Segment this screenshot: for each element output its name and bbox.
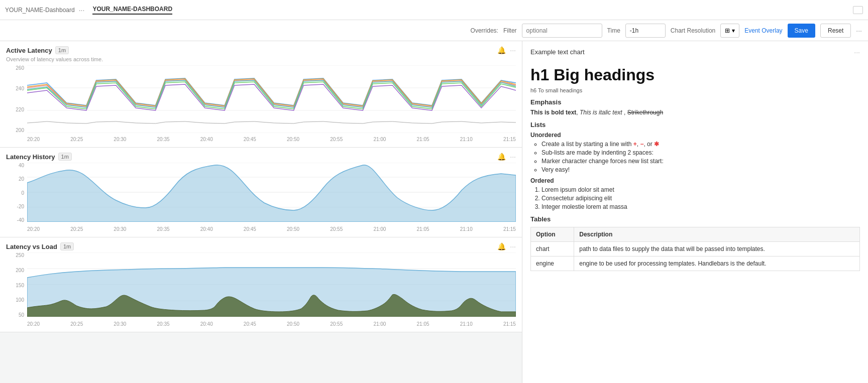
y-axis-load: 250 200 150 100 50 <box>6 252 27 318</box>
right-panel: Example text chart ··· h1 Big headings h… <box>522 41 868 383</box>
active-latency-chart: 260 240 220 200 <box>6 65 516 143</box>
bell-icon-2[interactable]: 🔔 <box>497 153 506 161</box>
list-item: Marker character change forces new list … <box>541 158 860 165</box>
list-item: Very easy! <box>541 166 860 173</box>
table-row: chart path to data files to supply the d… <box>531 242 860 257</box>
ordered-title: Ordered <box>530 177 860 184</box>
x-axis-history: 20:20 20:25 20:30 20:35 20:40 20:45 20:5… <box>27 225 516 233</box>
panel-more-icon[interactable]: ··· <box>510 46 516 54</box>
filter-input[interactable] <box>522 24 602 38</box>
x-axis-latency: 20:20 20:25 20:30 20:35 20:40 20:45 20:5… <box>27 136 516 143</box>
right-panel-title: Example text chart <box>530 48 585 56</box>
example-h1: h1 Big headings <box>530 66 860 84</box>
active-latency-badge: 1m <box>55 46 69 54</box>
tab-dots[interactable]: ··· <box>79 6 85 14</box>
bell-icon-3[interactable]: 🔔 <box>497 242 506 250</box>
right-panel-dots[interactable]: ··· <box>854 48 860 56</box>
latency-vs-load-badge: 1m <box>60 242 74 250</box>
event-overlay-button[interactable]: Event Overlay <box>744 27 782 34</box>
save-button[interactable]: Save <box>788 24 815 38</box>
time-input[interactable] <box>625 24 666 38</box>
ordered-item: Consectetur adipiscing elit <box>541 195 860 202</box>
list-item: Sub-lists are made by indenting 2 spaces… <box>541 149 860 156</box>
latency-history-badge: 1m <box>58 153 72 161</box>
tab-active[interactable]: YOUR_NAME-DASHBOARD <box>92 6 172 15</box>
unordered-title: Unordered <box>530 132 860 139</box>
chart-resolution-button[interactable]: ⊞ ▾ <box>720 24 739 38</box>
y-axis-history: 40 20 0 -20 -40 <box>6 163 27 223</box>
table-row: engine engine to be used for processing … <box>531 257 860 271</box>
emphasis-text: This is bold text, This is italic text ,… <box>530 109 860 116</box>
marker-plus: + <box>633 141 637 148</box>
emphasis-title: Emphasis <box>530 98 860 106</box>
active-latency-subtitle: Overview of latency values across time. <box>6 56 516 62</box>
list-item: Create a list by starting a line with +,… <box>541 141 860 148</box>
toolbar-more-dots[interactable]: ··· <box>856 27 862 35</box>
bold-text: This is bold text <box>530 109 576 116</box>
marker-star: ✱ <box>654 141 659 148</box>
unordered-list: Create a list by starting a line with +,… <box>530 141 860 173</box>
tab-inactive[interactable]: YOUR_NAME-Dashboard <box>5 7 75 14</box>
window-controls[interactable] <box>853 6 863 14</box>
top-bar: YOUR_NAME-Dashboard ··· YOUR_NAME-DASHBO… <box>0 0 868 20</box>
example-h6: h6 To small headings <box>530 87 860 93</box>
table-cell-description: path to data files to supply the data th… <box>574 242 860 257</box>
latency-history-svg <box>27 163 516 222</box>
latency-history-panel: Latency History 1m 🔔 ··· 40 20 0 -20 -40 <box>0 148 522 237</box>
bell-icon[interactable]: 🔔 <box>497 46 506 54</box>
chart-resolution-label: Chart Resolution <box>671 27 715 34</box>
tables-title: Tables <box>530 215 860 223</box>
left-column: Active Latency 1m 🔔 ··· Overview of late… <box>0 41 522 383</box>
table-cell-option: engine <box>531 257 574 271</box>
latency-history-title: Latency History <box>6 153 55 161</box>
ordered-item: Integer molestie lorem at massa <box>541 203 860 210</box>
filter-label: Filter <box>503 27 517 34</box>
panel-more-icon-2[interactable]: ··· <box>510 153 516 161</box>
latency-vs-load-panel: Latency vs Load 1m 🔔 ··· 250 200 150 100… <box>0 237 522 332</box>
lists-title: Lists <box>530 121 860 129</box>
main-layout: Active Latency 1m 🔔 ··· Overview of late… <box>0 41 868 383</box>
y-axis-latency: 260 240 220 200 <box>6 65 27 133</box>
ordered-list: Lorem ipsum dolor sit amet Consectetur a… <box>530 186 860 210</box>
active-latency-svg <box>27 65 516 133</box>
strike-text: Strikethrough <box>627 109 663 116</box>
active-latency-title: Active Latency <box>6 47 52 54</box>
marker-minus: − <box>640 141 643 148</box>
chart-res-chevron: ▾ <box>732 27 735 34</box>
toolbar: Overrides: Filter Time Chart Resolution … <box>0 20 868 41</box>
latency-history-chart: 40 20 0 -20 -40 20:20 20:25 <box>6 163 516 233</box>
chart-res-icon: ⊞ <box>725 27 730 34</box>
latency-vs-load-chart: 250 200 150 100 50 <box>6 252 516 328</box>
italic-text: This is italic text <box>580 109 622 116</box>
panel-more-icon-3[interactable]: ··· <box>510 242 516 250</box>
table-header-description: Description <box>574 227 860 242</box>
time-label: Time <box>607 27 620 34</box>
text-table: Option Description chart path to data fi… <box>530 227 860 271</box>
table-cell-description: engine to be used for processing templat… <box>574 257 860 271</box>
active-latency-panel: Active Latency 1m 🔔 ··· Overview of late… <box>0 41 522 148</box>
x-axis-load: 20:20 20:25 20:30 20:35 20:40 20:45 20:5… <box>27 320 516 328</box>
overrides-label: Overrides: <box>471 27 498 34</box>
latency-vs-load-svg <box>27 252 516 317</box>
table-cell-option: chart <box>531 242 574 257</box>
latency-vs-load-title: Latency vs Load <box>6 243 57 250</box>
table-header-option: Option <box>531 227 574 242</box>
reset-button[interactable]: Reset <box>820 24 851 38</box>
ordered-item: Lorem ipsum dolor sit amet <box>541 186 860 193</box>
